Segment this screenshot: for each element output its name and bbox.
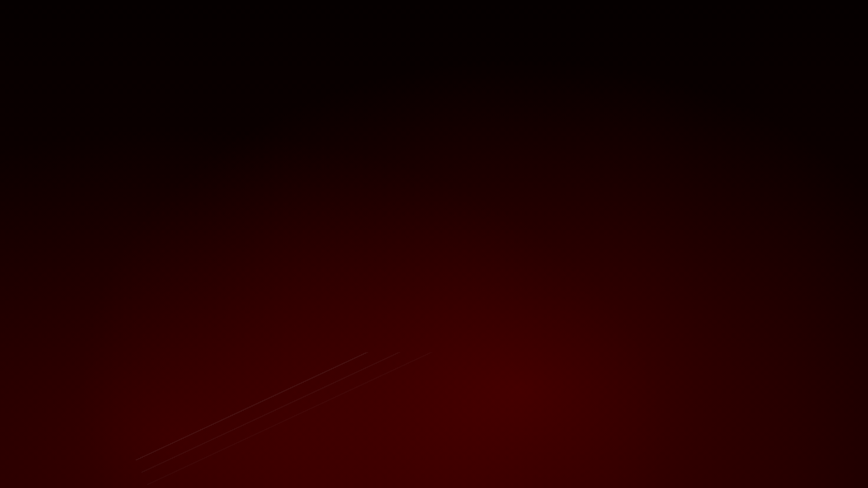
- bg-lines: [0, 352, 868, 488]
- main-wrapper: ROG UEFI BIOS Utility – Advanced Mode 05…: [0, 0, 868, 488]
